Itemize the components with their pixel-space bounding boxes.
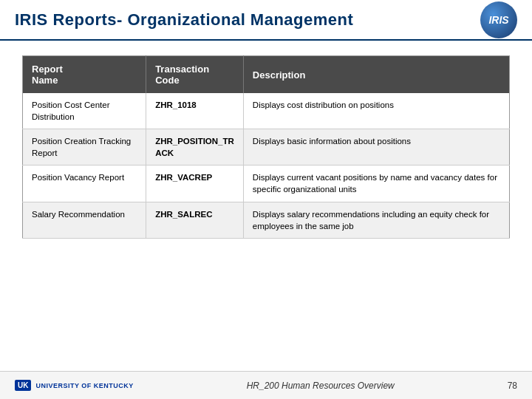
col-header-transaction-code: TransactionCode	[146, 56, 244, 94]
main-content: ReportName TransactionCode Description P…	[0, 41, 532, 253]
page-footer: UK University of Kentucky HR_200 Human R…	[0, 371, 532, 399]
cell-report-name: Position Creation Tracking Report	[23, 129, 146, 166]
cell-transaction-code: ZHR_POSITION_TRACK	[146, 129, 244, 166]
page-title: IRIS Reports- Organizational Management	[15, 10, 353, 30]
iris-logo-circle: IRIS	[480, 1, 517, 38]
table-row: Salary RecommendationZHR_SALRECDisplays …	[23, 202, 510, 238]
iris-logo-text: IRIS	[488, 14, 508, 26]
cell-description: Displays salary recommendations includin…	[243, 202, 509, 238]
iris-logo: IRIS	[480, 1, 517, 38]
cell-report-name: Position Vacancy Report	[23, 166, 146, 202]
cell-description: Displays basic information about positio…	[243, 129, 509, 166]
cell-transaction-code: ZHR_SALREC	[146, 202, 244, 238]
report-table: ReportName TransactionCode Description P…	[22, 55, 510, 239]
footer-page-number: 78	[508, 381, 517, 391]
page-header: IRIS Reports- Organizational Management …	[0, 0, 532, 41]
footer-course-title: HR_200 Human Resources Overview	[247, 381, 395, 391]
cell-description: Displays current vacant positions by nam…	[243, 166, 509, 202]
cell-report-name: Position Cost Center Distribution	[23, 93, 146, 129]
cell-transaction-code: ZHR_1018	[146, 93, 244, 129]
table-row: Position Cost Center DistributionZHR_101…	[23, 93, 510, 129]
uk-university-name: University of Kentucky	[35, 382, 133, 389]
table-row: Position Vacancy ReportZHR_VACREPDisplay…	[23, 166, 510, 202]
uk-badge: UK	[15, 380, 31, 391]
cell-description: Displays cost distribution on positions	[243, 93, 509, 129]
cell-report-name: Salary Recommendation	[23, 202, 146, 238]
table-header-row: ReportName TransactionCode Description	[23, 56, 510, 94]
table-row: Position Creation Tracking ReportZHR_POS…	[23, 129, 510, 166]
uk-logo-area: UK University of Kentucky	[15, 380, 134, 391]
col-header-report-name: ReportName	[23, 56, 146, 94]
col-header-description: Description	[243, 56, 509, 94]
cell-transaction-code: ZHR_VACREP	[146, 166, 244, 202]
